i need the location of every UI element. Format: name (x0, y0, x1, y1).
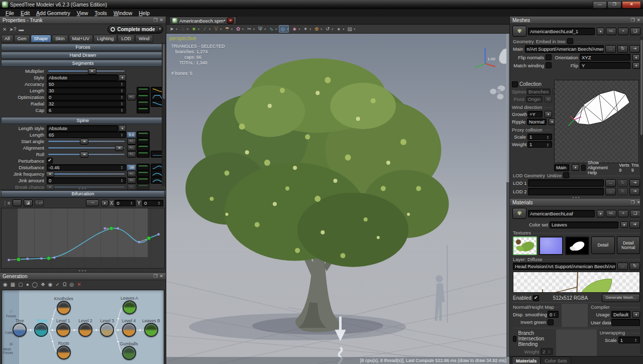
mesh-add-remove-button[interactable]: +/- (606, 28, 616, 35)
section-hand-drawn[interactable]: Hand Drawn (1, 52, 165, 59)
usage-select[interactable]: Default (611, 311, 630, 318)
curve-chip-g[interactable] (137, 87, 150, 94)
sprout-icon[interactable]: ∕▾ (201, 26, 210, 32)
rotate-icon[interactable]: ↺▾ (324, 26, 333, 32)
tab-skin[interactable]: Skin (52, 35, 68, 43)
bib-checkbox[interactable] (513, 336, 516, 342)
node-edit-icon[interactable]: ∴▾ (179, 26, 188, 32)
node-graph[interactable]: ∩Forces◌Collision✳Mesh Forces TreeTrunkK… (2, 290, 164, 364)
mesh-selector-dropdown[interactable]: ▾ (597, 28, 604, 35)
browse-mesh-button[interactable]: ... (605, 45, 616, 53)
close-button[interactable]: ✕ (622, 1, 641, 9)
close-panel-icon[interactable]: ✕ (159, 18, 163, 23)
tree-pink-icon[interactable]: ♣▾ (291, 26, 300, 32)
float-panel-icon[interactable]: ❐ (153, 274, 157, 279)
section-forces[interactable]: Forces (1, 44, 165, 51)
material-selector-dropdown[interactable]: ▾ (597, 210, 604, 217)
float-panel-icon[interactable]: ❐ (630, 200, 634, 205)
proxy-weight-input[interactable]: 1▴▾ (527, 141, 552, 148)
detail-normal-texture-button[interactable]: Detail Normal (617, 236, 640, 254)
diffuse-texture-thumb[interactable] (513, 236, 537, 255)
tab-lod[interactable]: LOD (118, 35, 135, 43)
lod2-export-button[interactable]: ⇥ (629, 188, 640, 195)
curve-chip-g[interactable] (137, 164, 150, 171)
normal-texture-thumb[interactable] (539, 236, 563, 255)
mesh-preview[interactable] (554, 80, 639, 163)
input-disturbance[interactable]: -0.46▴▾ (47, 164, 126, 171)
curve-chip-g[interactable] (137, 151, 150, 158)
variance-button[interactable]: +/- (127, 138, 136, 145)
input-cap[interactable]: 6▴▾ (47, 107, 126, 113)
select-icon[interactable]: ➤▾ (168, 26, 177, 32)
slider-multiplier[interactable]: ◂▸ (48, 70, 125, 72)
embed-in-tree-checkbox[interactable] (567, 38, 573, 44)
tab-gen[interactable]: Gen (14, 35, 30, 43)
flip-dropdown[interactable]: ▾ (632, 62, 640, 69)
export-mesh-button[interactable]: ⇥ (629, 45, 640, 53)
hand-icon[interactable]: ❖ (41, 282, 45, 287)
menu-file[interactable]: File (3, 10, 17, 17)
node-roots[interactable] (57, 345, 71, 359)
curve-chip-g[interactable] (137, 144, 150, 151)
chevron-down-icon[interactable]: ▾ (253, 27, 255, 31)
paint-icon[interactable]: ● (26, 282, 29, 287)
mushroom-icon[interactable]: ☂▾ (224, 26, 233, 32)
magnify-icon[interactable]: ◎▾ (279, 25, 289, 33)
minimize-button[interactable]: — (593, 1, 607, 9)
generate-mesh-button[interactable]: Generate Mesh... (602, 294, 640, 302)
node-level-4[interactable] (122, 323, 136, 337)
chevron-down-icon[interactable]: ▾ (242, 27, 244, 31)
variance-button[interactable]: +/- (127, 177, 136, 184)
chevron-down-icon[interactable]: ▾ (343, 27, 344, 31)
input-optimization[interactable]: 0▴▾ (47, 94, 126, 100)
node-level-3[interactable] (100, 323, 114, 337)
tab-shape[interactable]: Shape (31, 35, 51, 43)
curve-chip-g[interactable] (137, 170, 150, 177)
slider-handle[interactable]: ◂▸ (80, 152, 88, 158)
alpha-texture-thumb[interactable] (565, 236, 589, 255)
node-leaves-b[interactable] (144, 323, 158, 337)
material-copy-button[interactable]: ❏ (630, 210, 640, 217)
menu-edit[interactable]: Edit (18, 10, 33, 17)
usage-dropdown[interactable]: ▾ (632, 311, 640, 318)
dropdown-length-style[interactable]: Absolute (47, 125, 118, 132)
chevron-down-icon[interactable]: ▾ (298, 27, 300, 31)
tab-all[interactable]: All (1, 35, 14, 43)
curve-tree-icon[interactable]: ⋮≡ (3, 200, 11, 206)
variance-button[interactable]: +/- (127, 145, 136, 151)
slider-handle[interactable]: ◂▸ (80, 139, 88, 145)
close-panel-icon[interactable]: ✕ (159, 274, 163, 279)
variance-button[interactable]: +/- (127, 184, 136, 190)
spinner-arrows[interactable]: ▴▾ (120, 95, 124, 99)
branch-icon[interactable]: V▾ (212, 26, 222, 32)
chevron-down-icon[interactable]: ▾ (209, 27, 210, 31)
variance-button[interactable]: +/- (127, 171, 136, 177)
lasso-icon[interactable]: ◯ (32, 282, 38, 287)
section-bifurcation[interactable]: Bifurcation (1, 190, 165, 197)
unitize-checkbox[interactable] (563, 172, 569, 178)
curve-preset-dropdown[interactable]: ▾ (101, 200, 109, 206)
chevron-down-icon[interactable]: ▾ (309, 27, 311, 31)
chevron-down-icon[interactable]: ▾ (176, 27, 177, 31)
detail-texture-button[interactable]: Detail (591, 236, 615, 254)
curve-chip-g[interactable] (137, 183, 150, 190)
document-tab[interactable]: AmericanBeech.spm* ✕ (169, 17, 237, 24)
chevron-down-icon[interactable]: ▾ (332, 27, 333, 31)
sphere-icon[interactable]: ●▾ (335, 26, 344, 32)
forces-icon[interactable]: ✶▾ (302, 26, 311, 32)
context-help-icon[interactable]: ➤? (9, 27, 16, 32)
gizmo-icon[interactable]: ⊕▾ (313, 26, 322, 32)
tab-lighting[interactable]: Lighting (93, 35, 117, 43)
chevron-down-icon[interactable]: ▾ (320, 27, 322, 31)
node-trunk[interactable] (34, 323, 48, 337)
checkbox-perturbance[interactable]: ✔ (47, 158, 53, 164)
slider-handle[interactable]: ◂▸ (115, 145, 124, 151)
orientation-dropdown[interactable]: ▾ (632, 54, 640, 61)
match-winding-checkbox[interactable] (546, 62, 552, 68)
spinner-arrows[interactable]: ▴▾ (120, 108, 124, 112)
chevron-down-icon[interactable]: ▾ (275, 27, 277, 31)
menu-tools[interactable]: Tools (91, 10, 110, 17)
chevron-down-icon[interactable]: ▾ (220, 27, 222, 31)
viewport-mode-label[interactable]: perspective (169, 35, 196, 41)
curve-chip-g[interactable] (137, 106, 150, 113)
